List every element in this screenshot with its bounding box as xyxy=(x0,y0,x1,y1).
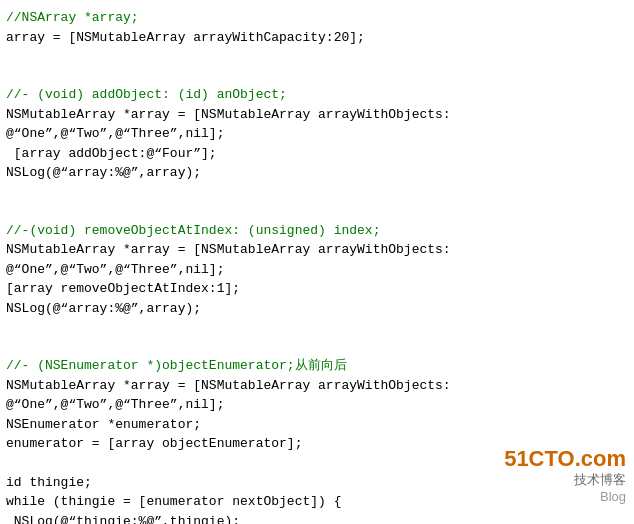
code-line xyxy=(6,202,628,221)
code-line xyxy=(6,66,628,85)
code-line xyxy=(6,318,628,337)
code-line: NSMutableArray *array = [NSMutableArray … xyxy=(6,105,628,125)
code-line: @“One”,@“Two”,@“Three”,nil]; xyxy=(6,124,628,144)
code-line: [array removeObjectAtIndex:1]; xyxy=(6,279,628,299)
code-line: @“One”,@“Two”,@“Three”,nil]; xyxy=(6,395,628,415)
code-line: NSEnumerator *enumerator; xyxy=(6,415,628,435)
code-line: NSMutableArray *array = [NSMutableArray … xyxy=(6,240,628,260)
code-line: //NSArray *array; xyxy=(6,8,628,28)
code-line: NSMutableArray *array = [NSMutableArray … xyxy=(6,376,628,396)
code-line: NSLog(@“array:%@”,array); xyxy=(6,163,628,183)
code-line: [array addObject:@“Four”]; xyxy=(6,144,628,164)
code-line xyxy=(6,47,628,66)
watermark-sub: 技术博客 xyxy=(574,472,626,489)
code-line: NSLog(@“array:%@”,array); xyxy=(6,299,628,319)
code-line: //-(void) removeObjectAtIndex: (unsigned… xyxy=(6,221,628,241)
watermark-blog: Blog xyxy=(600,489,626,504)
watermark-main: 51CTO.com xyxy=(504,446,626,472)
code-area: //NSArray *array;array = [NSMutableArray… xyxy=(0,0,634,524)
code-line: //- (void) addObject: (id) anObject; xyxy=(6,85,628,105)
code-line xyxy=(6,337,628,356)
code-line: //- (NSEnumerator *)objectEnumerator;从前向… xyxy=(6,356,628,376)
code-line xyxy=(6,183,628,202)
watermark: 51CTO.com 技术博客 Blog xyxy=(504,446,626,504)
code-line: @“One”,@“Two”,@“Three”,nil]; xyxy=(6,260,628,280)
code-line: NSLog(@“thingie:%@”,thingie); xyxy=(6,512,628,525)
code-line: array = [NSMutableArray arrayWithCapacit… xyxy=(6,28,628,48)
